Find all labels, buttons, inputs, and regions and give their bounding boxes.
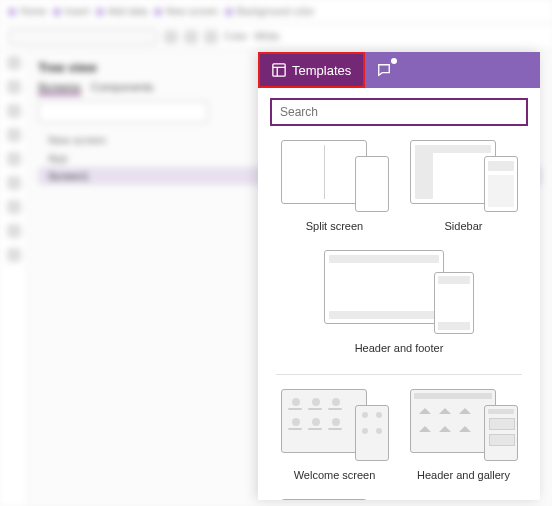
panel-body: Split screen Sidebar [258,88,540,500]
thumb-header-footer [324,250,474,336]
template-more[interactable] [270,499,399,500]
section-divider [276,374,522,375]
thumb-split-screen [281,140,389,214]
thumb-welcome [281,389,389,463]
template-label: Welcome screen [294,469,376,481]
template-icon [272,63,286,77]
thumb-sidebar [410,140,518,214]
svg-rect-0 [273,64,285,76]
templates-panel: Templates Split screen [258,52,540,500]
template-label: Header and footer [355,342,444,354]
template-welcome-screen[interactable]: Welcome screen [270,389,399,481]
chat-icon [377,63,391,77]
template-label: Sidebar [445,220,483,232]
template-search-input[interactable] [270,98,528,126]
template-split-screen[interactable]: Split screen [270,140,399,232]
panel-tab-strip: Templates [258,52,540,88]
thumb-more [281,499,389,500]
thumb-header-gallery [410,389,518,463]
template-header-gallery[interactable]: Header and gallery [399,389,528,481]
tab-templates[interactable]: Templates [258,52,365,88]
template-label: Split screen [306,220,363,232]
template-sidebar[interactable]: Sidebar [399,140,528,232]
template-label: Header and gallery [417,469,510,481]
formula-bar: Color White [0,24,552,50]
notification-badge [391,58,397,64]
template-header-footer[interactable]: Header and footer [270,250,528,354]
tab-copilot[interactable] [365,52,403,88]
left-rail [0,50,28,506]
tab-templates-label: Templates [292,63,351,78]
ribbon-tab-strip: Home Insert Add data New screen Backgrou… [0,0,552,24]
